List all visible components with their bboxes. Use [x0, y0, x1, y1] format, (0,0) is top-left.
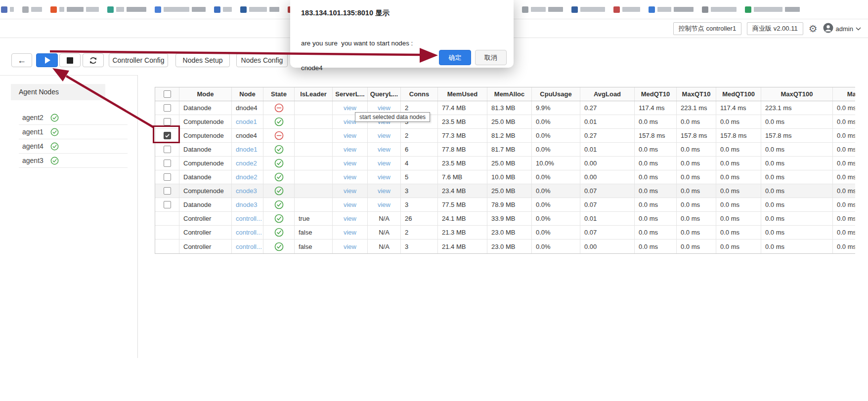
start-nodes-button[interactable] [36, 53, 58, 67]
mem_alloc-cell: 78.9 MB [487, 198, 532, 211]
node-link[interactable]: dnode1 [236, 146, 257, 153]
user-menu[interactable]: admin [823, 23, 861, 35]
mem_alloc-cell: 81.3 MB [487, 101, 532, 115]
bookmark-item[interactable] [702, 6, 737, 13]
max_ru-cell: 0.0 ms [833, 143, 855, 156]
row-checkbox[interactable] [164, 132, 171, 139]
bookmark-item[interactable] [745, 6, 800, 13]
mode-cell: Controller [179, 240, 232, 253]
tab-nodes-config[interactable]: Nodes Config [236, 53, 288, 67]
select-all-checkbox[interactable] [164, 90, 171, 98]
checkbox-cell [155, 115, 179, 128]
mem_used-cell: 77.4 MB [438, 101, 487, 115]
bookmark-item[interactable] [1, 6, 14, 13]
gear-icon[interactable]: ⚙ [809, 24, 818, 34]
node-link[interactable]: cnode1 [236, 118, 257, 125]
node-link[interactable]: cnode2 [236, 160, 257, 167]
censored-text-block [785, 7, 800, 12]
row-checkbox[interactable] [164, 160, 171, 167]
server_log-link[interactable]: view [344, 215, 356, 222]
row-checkbox[interactable] [164, 104, 171, 112]
max_ru-cell: 0.0 ms [833, 115, 855, 128]
bookmark-item[interactable] [50, 6, 99, 13]
dialog-cancel-button[interactable]: 取消 [475, 50, 507, 65]
mem_alloc-cell: 25.0 MB [487, 157, 532, 170]
node-link[interactable]: dnode3 [236, 201, 257, 208]
sidebar-item-agent3[interactable]: agent3 [19, 154, 128, 168]
is_leader-cell: false [295, 226, 333, 239]
bookmark-item[interactable] [571, 6, 605, 13]
max_qt100-cell: 0.0 ms [761, 198, 833, 211]
row-checkbox[interactable] [164, 146, 171, 153]
server_log-cell: view [333, 170, 368, 184]
is_leader-cell [295, 101, 333, 115]
bookmark-item[interactable] [214, 6, 232, 13]
node-link[interactable]: controll... [236, 215, 262, 222]
max_ru-cell: 0.0 ms [833, 101, 855, 115]
refresh-button[interactable] [83, 53, 104, 67]
query_log-link[interactable]: view [378, 173, 391, 181]
back-button[interactable]: ← [11, 53, 32, 67]
dialog-confirm-button[interactable]: 确定 [439, 50, 471, 65]
conns-cell: 26 [401, 212, 438, 225]
server_log-cell: view [333, 226, 368, 239]
bookmark-favicon [155, 6, 161, 13]
server_log-link[interactable]: view [344, 243, 356, 250]
server_log-link[interactable]: view [344, 187, 356, 195]
server_log-link[interactable]: view [344, 104, 356, 112]
bookmark-item[interactable] [240, 6, 279, 13]
row-checkbox[interactable] [164, 201, 171, 208]
row-checkbox[interactable] [164, 118, 171, 125]
bookmark-item[interactable] [155, 6, 206, 13]
node-link[interactable]: dnode2 [236, 173, 257, 181]
max_ru-cell: 0.0 ms [833, 240, 855, 253]
bookmark-item[interactable] [107, 6, 146, 13]
sidebar-item-agent1[interactable]: agent1 [19, 125, 128, 139]
row-checkbox[interactable] [164, 187, 171, 195]
bookmark-item[interactable] [649, 6, 694, 13]
bookmark-item[interactable] [522, 6, 563, 13]
server_log-cell: view [333, 198, 368, 211]
query_log-link[interactable]: view [378, 160, 391, 167]
state-stopped-icon [274, 103, 284, 113]
refresh-icon [89, 56, 97, 65]
query_log-link[interactable]: view [378, 132, 391, 139]
server_log-link[interactable]: view [344, 229, 356, 236]
agent-label: agent4 [22, 142, 43, 150]
query_log-link[interactable]: view [378, 146, 391, 153]
state-stopped-icon [274, 131, 284, 140]
node-link[interactable]: controll... [236, 229, 262, 236]
row-checkbox[interactable] [164, 173, 171, 181]
cpu_usage-cell: 0.0% [532, 115, 580, 128]
query_log-link[interactable]: view [378, 104, 391, 112]
server_log-link[interactable]: view [344, 173, 356, 181]
server_log-cell: view [333, 240, 368, 253]
bookmark-item[interactable] [22, 6, 42, 13]
server_log-link[interactable]: view [344, 132, 356, 139]
tab-controller-config[interactable]: Controller Config [109, 53, 168, 67]
column-header-med_qt10: MedQT10 [635, 87, 677, 101]
column-header-mode: Mode [179, 87, 232, 101]
mode-cell: Controller [179, 226, 232, 239]
query_log-link[interactable]: view [378, 201, 391, 208]
server_log-cell: view [333, 143, 368, 156]
controller-node-badge[interactable]: 控制节点 controller1 [673, 22, 741, 35]
table-row: Computenodecnode3 viewview323.4 MB25.0 M… [155, 184, 855, 198]
sidebar-item-agent2[interactable]: agent2 [19, 111, 128, 125]
tab-nodes-setup[interactable]: Nodes Setup [175, 53, 230, 67]
server_log-link[interactable]: view [344, 201, 356, 208]
stop-nodes-button[interactable] [59, 53, 81, 67]
node-cell: cnode2 [232, 157, 263, 170]
node-link[interactable]: controll... [236, 243, 262, 250]
server_log-link[interactable]: view [344, 146, 356, 153]
state-cell [263, 240, 295, 253]
column-header-max_ru: MaxRu [833, 87, 855, 101]
sidebar-item-agent4[interactable]: agent4 [19, 139, 128, 154]
column-header-med_qt100: MedQT100 [716, 87, 761, 101]
table-row: Datanodednode1 viewview677.8 MB81.7 MB0.… [155, 143, 855, 157]
bookmark-item[interactable] [613, 6, 640, 13]
query_log-link[interactable]: view [378, 187, 391, 195]
cpu_usage-cell: 9.9% [532, 101, 580, 115]
node-link[interactable]: cnode3 [236, 187, 257, 195]
server_log-link[interactable]: view [344, 160, 356, 167]
